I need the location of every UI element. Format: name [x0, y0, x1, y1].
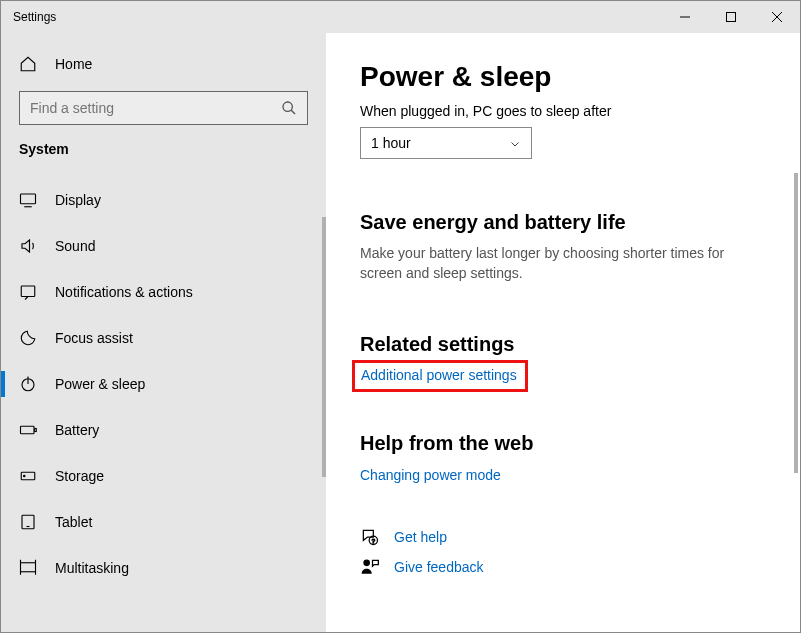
- nav-label: Notifications & actions: [55, 284, 193, 300]
- plugged-in-label: When plugged in, PC goes to sleep after: [360, 103, 766, 119]
- nav-label: Multitasking: [55, 560, 129, 576]
- nav-label: Sound: [55, 238, 95, 254]
- nav-item-display[interactable]: Display: [1, 177, 326, 223]
- svg-rect-8: [21, 286, 35, 297]
- nav-label: Battery: [55, 422, 99, 438]
- nav-item-storage[interactable]: Storage: [1, 453, 326, 499]
- chevron-down-icon: [509, 137, 521, 149]
- dropdown-value: 1 hour: [371, 135, 411, 151]
- notifications-icon: [19, 283, 37, 301]
- give-feedback-row[interactable]: Give feedback: [360, 557, 766, 577]
- give-feedback-link[interactable]: Give feedback: [394, 559, 484, 575]
- get-help-row[interactable]: ? Get help: [360, 527, 766, 547]
- page-title: Power & sleep: [360, 61, 766, 93]
- svg-rect-12: [35, 429, 37, 432]
- nav-label: Power & sleep: [55, 376, 145, 392]
- home-label: Home: [55, 56, 92, 72]
- multitasking-icon: [19, 559, 37, 577]
- svg-point-24: [363, 560, 370, 567]
- get-help-icon: ?: [360, 527, 380, 547]
- svg-line-5: [291, 110, 295, 114]
- window-title: Settings: [13, 10, 56, 24]
- svg-rect-1: [727, 13, 736, 22]
- focus-assist-icon: [19, 329, 37, 347]
- maximize-button[interactable]: [708, 1, 754, 33]
- battery-icon: [19, 421, 37, 439]
- nav-label: Focus assist: [55, 330, 133, 346]
- svg-point-14: [24, 475, 26, 477]
- nav-label: Display: [55, 192, 101, 208]
- search-box[interactable]: [19, 91, 308, 125]
- nav-item-tablet[interactable]: Tablet: [1, 499, 326, 545]
- main-scrollbar[interactable]: [794, 173, 798, 473]
- search-icon: [281, 100, 297, 116]
- nav-label: Storage: [55, 468, 104, 484]
- nav-item-focus-assist[interactable]: Focus assist: [1, 315, 326, 361]
- storage-icon: [19, 467, 37, 485]
- feedback-icon: [360, 557, 380, 577]
- highlight-annotation: Additional power settings: [352, 360, 528, 392]
- svg-text:?: ?: [372, 538, 376, 544]
- nav-item-power-sleep[interactable]: Power & sleep: [1, 361, 326, 407]
- nav-item-multitasking[interactable]: Multitasking: [1, 545, 326, 591]
- minimize-button[interactable]: [662, 1, 708, 33]
- sound-icon: [19, 237, 37, 255]
- search-input[interactable]: [30, 100, 281, 116]
- sidebar-section-label: System: [1, 139, 326, 177]
- help-from-web-heading: Help from the web: [360, 432, 766, 455]
- svg-rect-17: [21, 563, 36, 572]
- svg-point-4: [283, 102, 292, 111]
- nav-item-battery[interactable]: Battery: [1, 407, 326, 453]
- display-icon: [19, 191, 37, 209]
- nav-item-sound[interactable]: Sound: [1, 223, 326, 269]
- sleep-dropdown[interactable]: 1 hour: [360, 127, 532, 159]
- main-panel: Power & sleep When plugged in, PC goes t…: [326, 33, 800, 632]
- changing-power-mode-link[interactable]: Changing power mode: [360, 467, 501, 483]
- tablet-icon: [19, 513, 37, 531]
- window-controls: [662, 1, 800, 33]
- related-settings-heading: Related settings: [360, 333, 766, 356]
- nav-list: Display Sound Notifications & actions Fo…: [1, 177, 326, 591]
- titlebar: Settings: [1, 1, 800, 33]
- nav-item-notifications[interactable]: Notifications & actions: [1, 269, 326, 315]
- svg-rect-6: [21, 194, 36, 204]
- nav-label: Tablet: [55, 514, 92, 530]
- get-help-link[interactable]: Get help: [394, 529, 447, 545]
- close-button[interactable]: [754, 1, 800, 33]
- sidebar: Home System Display Sound Notifications …: [1, 33, 326, 632]
- save-energy-heading: Save energy and battery life: [360, 211, 766, 234]
- save-energy-desc: Make your battery last longer by choosin…: [360, 244, 766, 283]
- svg-rect-11: [21, 426, 35, 434]
- power-icon: [19, 375, 37, 393]
- home-nav[interactable]: Home: [1, 47, 326, 81]
- additional-power-settings-link[interactable]: Additional power settings: [361, 367, 517, 383]
- home-icon: [19, 55, 37, 73]
